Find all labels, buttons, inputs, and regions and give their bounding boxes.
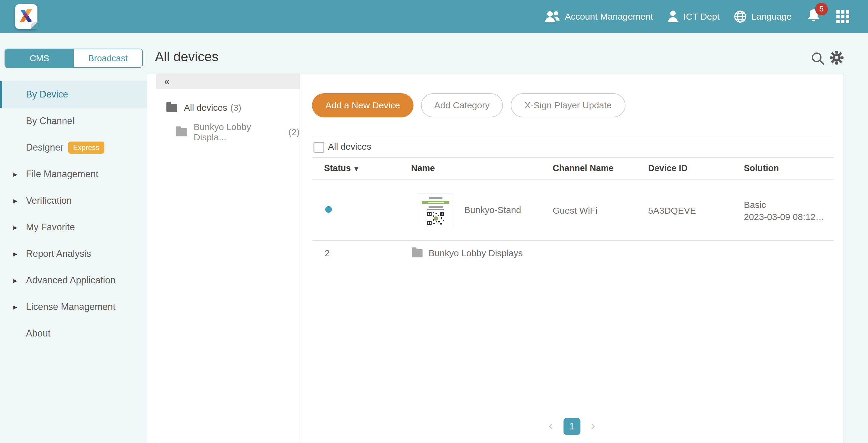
sidebar-item-label: About: [26, 328, 51, 339]
xsign-logo[interactable]: [15, 4, 37, 29]
page-title: All devices: [155, 49, 218, 64]
folder-icon: [166, 104, 177, 112]
sidebar-item-verification[interactable]: ▸ Verification: [0, 188, 147, 214]
sidebar-item-by-channel[interactable]: By Channel: [0, 108, 147, 134]
select-all-checkbox[interactable]: [313, 142, 324, 153]
chevron-right-icon: ▸: [13, 196, 17, 205]
collapse-panel-icon[interactable]: «: [164, 76, 170, 87]
language-label: Language: [751, 11, 792, 22]
sidebar-item-by-device[interactable]: By Device: [0, 81, 147, 108]
device-name: Bunkyo-Stand: [464, 205, 521, 215]
tree-panel-header: «: [156, 74, 300, 89]
table-row-folder[interactable]: 2 Bunkyo Lobby Displays: [300, 240, 843, 276]
tree-node-label: Bunkyo Lobby Displa...: [194, 122, 285, 142]
folder-name: Bunkyo Lobby Displays: [429, 248, 523, 258]
top-bar: Account Management ICT Dept Language: [0, 0, 868, 33]
solution-date: 2023-03-09 08:12…: [744, 211, 825, 223]
column-header-solution[interactable]: Solution: [744, 163, 779, 173]
xsign-cms-screen: Account Management ICT Dept Language: [0, 0, 868, 443]
sidebar-item-label: My Favorite: [26, 222, 75, 233]
tree-node-count: (2): [288, 127, 300, 137]
folder-icon: [412, 249, 423, 258]
previous-page-icon[interactable]: ‹: [549, 418, 553, 435]
account-management-label: Account Management: [565, 11, 653, 22]
sidebar-item-label: File Management: [26, 169, 98, 179]
channel-name: Guest WiFi: [553, 205, 597, 216]
sidebar-item-label: Verification: [26, 195, 72, 206]
sidebar-item-advanced-application[interactable]: ▸ Advanced Application: [0, 267, 147, 294]
xsign-x-icon: [18, 7, 35, 26]
sidebar-item-my-favorite[interactable]: ▸ My Favorite: [0, 214, 147, 240]
divider: [312, 136, 834, 136]
next-page-icon[interactable]: ›: [591, 418, 595, 435]
notifications-button[interactable]: 5: [807, 9, 820, 25]
tree-node-label: All devices: [184, 103, 227, 113]
player-update-button[interactable]: X-Sign Player Update: [511, 93, 625, 117]
pagination: ‹ 1 ›: [549, 418, 595, 435]
tree-node-bunkyo-lobby[interactable]: Bunkyo Lobby Displa... (2): [176, 122, 300, 142]
sidebar-item-label: By Device: [26, 89, 68, 100]
add-category-button[interactable]: Add Category: [421, 93, 503, 117]
chevron-right-icon: ▸: [13, 302, 17, 312]
device-thumbnail: [418, 194, 453, 227]
sidebar-item-report-analysis[interactable]: ▸ Report Analysis: [0, 240, 147, 267]
account-management-link[interactable]: Account Management: [545, 10, 653, 23]
status-dot-online: [325, 206, 332, 213]
column-header-status[interactable]: Status▾: [324, 163, 358, 173]
toggle-broadcast[interactable]: Broadcast: [74, 49, 142, 67]
app-grid-button[interactable]: [836, 10, 849, 23]
express-badge: Express: [68, 141, 104, 154]
sidebar-scroll-gutter: [147, 74, 156, 443]
search-button[interactable]: [811, 51, 825, 67]
chevron-right-icon: ▸: [13, 170, 17, 179]
notification-count-badge: 5: [815, 3, 828, 15]
tree-node-all-devices[interactable]: All devices (3): [166, 103, 300, 113]
sort-desc-icon: ▾: [354, 165, 358, 173]
divider: [312, 157, 834, 158]
user-icon: [667, 10, 679, 23]
device-list-card: Add a New Device Add Category X-Sign Pla…: [300, 74, 844, 443]
sidebar-item-label: Designer: [26, 142, 63, 153]
device-id: 5A3DQEVE: [648, 205, 696, 216]
select-all-label: All devices: [328, 141, 371, 152]
sidebar-nav: By Device By Channel Designer Express ▸ …: [0, 81, 147, 347]
sidebar-item-label: By Channel: [26, 115, 74, 127]
sidebar-item-label: License Management: [26, 302, 115, 312]
users-icon: [545, 10, 560, 23]
folder-icon: [176, 128, 187, 136]
sidebar-item-label: Advanced Application: [26, 275, 115, 286]
sidebar-item-label: Report Analysis: [26, 248, 91, 259]
user-menu[interactable]: ICT Dept: [667, 10, 720, 23]
solution-plan: Basic: [744, 199, 825, 211]
column-header-channel-name[interactable]: Channel Name: [553, 163, 613, 173]
sidebar-item-about[interactable]: About: [0, 320, 147, 347]
chevron-right-icon: ▸: [13, 276, 17, 285]
category-tree-panel: « All devices (3) Bunkyo Lobby Displa...…: [156, 74, 300, 443]
user-department-label: ICT Dept: [683, 11, 720, 22]
chevron-right-icon: ▸: [13, 223, 17, 232]
chevron-right-icon: ▸: [13, 249, 17, 259]
table-row-device[interactable]: Bunkyo-Stand Guest WiFi 5A3DQEVE Basic 2…: [300, 179, 843, 240]
cms-broadcast-toggle: CMS Broadcast: [4, 48, 143, 68]
column-header-name[interactable]: Name: [411, 163, 435, 173]
folder-device-count: 2: [325, 248, 330, 258]
top-nav: Account Management ICT Dept Language: [545, 0, 849, 33]
language-menu[interactable]: Language: [734, 10, 792, 23]
column-header-device-id[interactable]: Device ID: [648, 163, 688, 173]
globe-icon: [734, 10, 747, 23]
solution-cell: Basic 2023-03-09 08:12…: [744, 199, 825, 223]
sidebar-item-file-management[interactable]: ▸ File Management: [0, 161, 147, 188]
page-number-current[interactable]: 1: [564, 418, 581, 435]
sidebar-item-license-management[interactable]: ▸ License Management: [0, 294, 147, 320]
sidebar-item-designer[interactable]: Designer Express: [0, 134, 147, 161]
search-icon: [811, 51, 825, 66]
settings-button[interactable]: [829, 50, 844, 66]
column-header-label: Status: [324, 163, 351, 173]
add-new-device-button[interactable]: Add a New Device: [312, 93, 413, 117]
tree-node-count: (3): [230, 103, 241, 113]
toggle-cms[interactable]: CMS: [5, 49, 74, 67]
qr-poster-image: [418, 194, 453, 227]
gear-icon: [829, 50, 844, 65]
